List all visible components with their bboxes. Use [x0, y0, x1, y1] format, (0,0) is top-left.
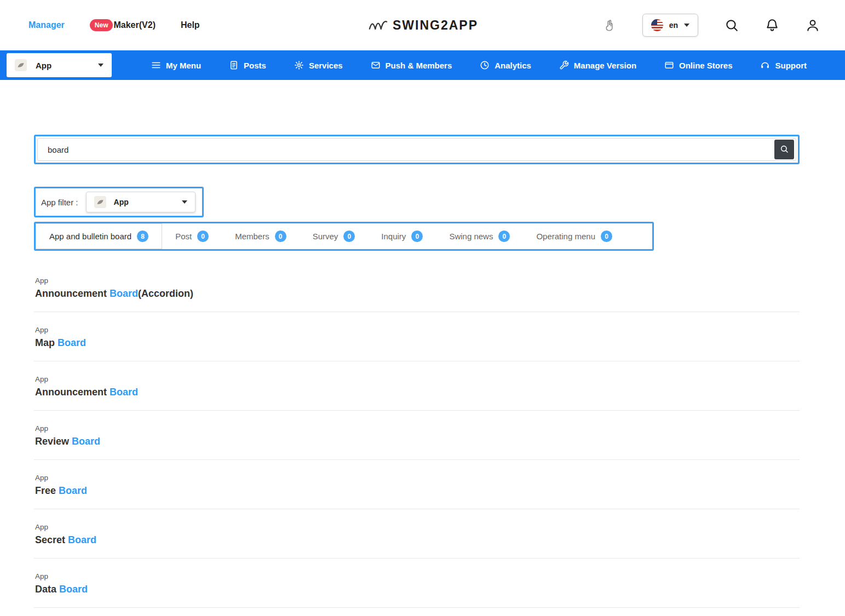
nav-item-label: Services [309, 61, 343, 70]
bell-icon[interactable] [765, 18, 779, 32]
tab-count-badge: 0 [601, 231, 612, 242]
nav-item-label: Manage Version [574, 61, 636, 70]
nav-item-label: Analytics [495, 61, 531, 70]
header-right-actions: en [603, 14, 820, 37]
result-title-prefix: Secret [35, 534, 68, 545]
tab-count-badge: 0 [498, 231, 510, 242]
tab-count-badge: 8 [137, 231, 148, 242]
clock-icon [480, 60, 490, 70]
manager-link[interactable]: Manager [28, 20, 65, 30]
result-title-prefix: Data [35, 584, 59, 595]
nav-item-my-menu[interactable]: My Menu [151, 60, 201, 70]
nav-item-push-members[interactable]: Push & Members [371, 60, 452, 70]
result-title[interactable]: Map Board [35, 337, 798, 349]
nav-item-manage-version[interactable]: Manage Version [559, 60, 636, 70]
chevron-down-icon [182, 200, 187, 204]
headset-icon [760, 60, 770, 70]
language-selector[interactable]: en [642, 14, 698, 37]
search-bar [37, 138, 796, 161]
tab-members[interactable]: Members 0 [222, 223, 300, 249]
result-title-prefix: Free [35, 485, 59, 496]
result-title[interactable]: Secret Board [35, 534, 798, 546]
result-category: App [35, 326, 798, 334]
profile-icon[interactable] [806, 18, 820, 32]
search-button[interactable] [774, 140, 794, 159]
result-title-prefix: Map [35, 337, 58, 348]
logo-text: SWING2APP [393, 18, 478, 33]
main-content: App filter : App App and bulletin board … [34, 135, 800, 608]
search-result[interactable]: App Secret Board [34, 509, 800, 559]
result-title-prefix: Review [35, 436, 72, 447]
result-title-highlight: Board [72, 436, 100, 447]
tab-label: Members [235, 232, 269, 241]
app-thumbnail-icon [15, 59, 27, 71]
tab-count-badge: 0 [197, 231, 209, 242]
tab-label: Inquiry [381, 232, 406, 241]
result-category: App [35, 277, 798, 285]
victory-hand-icon[interactable] [603, 19, 616, 32]
page: Manager New Maker(V2) Help SWING2APP [0, 0, 845, 616]
tab-inquiry[interactable]: Inquiry 0 [368, 223, 436, 249]
nav-item-posts[interactable]: Posts [229, 60, 266, 70]
search-icon[interactable] [725, 18, 739, 32]
result-title[interactable]: Announcement Board(Accordion) [35, 288, 798, 300]
result-title[interactable]: Review Board [35, 436, 798, 447]
tab-survey[interactable]: Survey 0 [300, 223, 369, 249]
chevron-down-icon [98, 64, 104, 67]
search-result[interactable]: App Announcement Board [34, 361, 800, 411]
nav-item-label: Push & Members [386, 61, 452, 70]
main-nav: App My Menu Posts Services [0, 50, 845, 80]
result-title[interactable]: Announcement Board [35, 387, 798, 398]
app-selector-dropdown[interactable]: App [7, 53, 112, 77]
result-title-highlight: Board [68, 534, 96, 545]
search-results-list: App Announcement Board(Accordion) App Ma… [34, 263, 800, 608]
tab-operating-menu[interactable]: Operating menu 0 [523, 223, 625, 249]
tab-label: Survey [313, 232, 338, 241]
maker-label: Maker(V2) [113, 20, 155, 30]
result-title-highlight: Board [110, 387, 138, 398]
tab-app-and-bulletin-board[interactable]: App and bulletin board 8 [36, 223, 162, 249]
result-category: App [35, 523, 798, 531]
search-result[interactable]: App Announcement Board(Accordion) [34, 263, 800, 312]
result-category: App [35, 474, 798, 482]
swing2app-logo[interactable]: SWING2APP [367, 17, 478, 34]
app-filter-dropdown[interactable]: App [86, 192, 196, 212]
result-title-highlight: Board [58, 337, 86, 348]
app-filter-highlight-box: App filter : App [34, 187, 204, 217]
search-result[interactable]: App Free Board [34, 460, 800, 509]
result-title-highlight: Board [59, 485, 87, 496]
store-icon [664, 60, 674, 70]
search-result[interactable]: App Review Board [34, 411, 800, 460]
nav-item-online-stores[interactable]: Online Stores [664, 60, 733, 70]
search-input[interactable] [38, 145, 774, 154]
top-header: Manager New Maker(V2) Help SWING2APP [0, 0, 845, 50]
gear-icon [294, 60, 304, 70]
language-label: en [669, 21, 678, 30]
nav-item-support[interactable]: Support [760, 60, 807, 70]
result-title-highlight: Board [110, 288, 138, 299]
result-title-prefix: Announcement [35, 387, 110, 398]
nav-item-services[interactable]: Services [294, 60, 343, 70]
maker-v2-link[interactable]: New Maker(V2) [90, 19, 156, 31]
tab-label: Post [175, 232, 192, 241]
logo-swirl-icon [367, 17, 389, 34]
header-left-links: Manager New Maker(V2) Help [28, 19, 200, 31]
tab-label: Swing news [449, 232, 493, 241]
tab-count-badge: 0 [411, 231, 423, 242]
result-title[interactable]: Data Board [35, 584, 798, 595]
result-title-highlight: Board [59, 584, 88, 595]
search-result[interactable]: App Data Board [34, 559, 800, 608]
result-title[interactable]: Free Board [35, 485, 798, 497]
help-link[interactable]: Help [181, 20, 200, 30]
tab-post[interactable]: Post 0 [162, 223, 222, 249]
new-badge: New [90, 19, 113, 31]
nav-item-label: My Menu [166, 61, 201, 70]
nav-item-analytics[interactable]: Analytics [480, 60, 531, 70]
result-title-prefix: Announcement [35, 288, 110, 299]
envelope-icon [371, 60, 381, 70]
tab-swing-news[interactable]: Swing news 0 [436, 223, 523, 249]
wrench-icon [559, 60, 569, 70]
app-filter-value: App [114, 198, 177, 206]
search-result[interactable]: App Map Board [34, 312, 800, 361]
tab-label: App and bulletin board [49, 232, 131, 241]
